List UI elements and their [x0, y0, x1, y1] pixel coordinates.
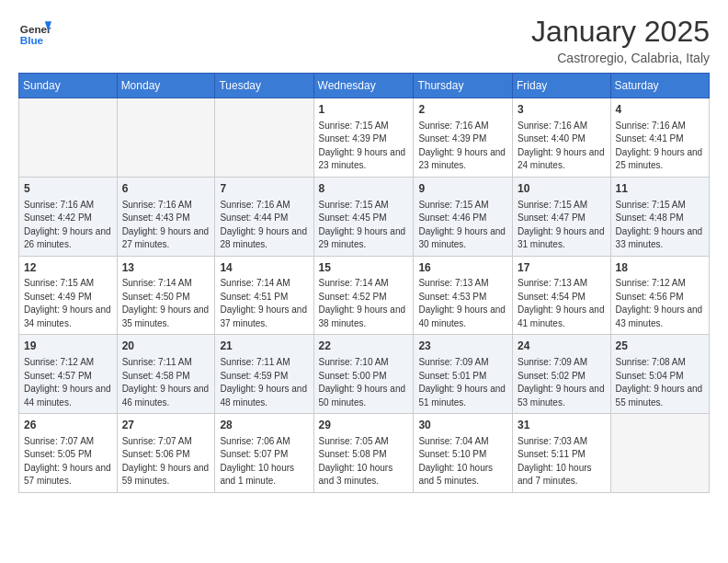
- header: General Blue January 2025 Castroregio, C…: [18, 15, 710, 65]
- day-number: 30: [418, 418, 507, 433]
- day-number: 5: [24, 181, 112, 197]
- day-number: 12: [24, 260, 112, 276]
- table-row: 24Sunrise: 7:09 AM Sunset: 5:02 PM Dayli…: [512, 335, 610, 414]
- table-row: 16Sunrise: 7:13 AM Sunset: 4:53 PM Dayli…: [414, 256, 513, 335]
- day-number: 23: [418, 339, 507, 354]
- table-row: [19, 98, 118, 178]
- day-number: 25: [616, 339, 704, 354]
- table-row: 13Sunrise: 7:14 AM Sunset: 4:50 PM Dayli…: [117, 256, 215, 335]
- day-number: 10: [518, 181, 606, 197]
- day-number: 15: [319, 260, 409, 276]
- day-number: 7: [220, 181, 308, 197]
- table-row: 10Sunrise: 7:15 AM Sunset: 4:47 PM Dayli…: [512, 177, 610, 256]
- weekday-header-row: Sunday Monday Tuesday Wednesday Thursday…: [19, 74, 710, 98]
- table-row: 5Sunrise: 7:16 AM Sunset: 4:42 PM Daylig…: [19, 177, 118, 256]
- day-number: 3: [518, 102, 606, 118]
- day-number: 27: [122, 418, 210, 433]
- table-row: 3Sunrise: 7:16 AM Sunset: 4:40 PM Daylig…: [512, 98, 610, 178]
- table-row: 8Sunrise: 7:15 AM Sunset: 4:45 PM Daylig…: [313, 177, 414, 256]
- day-info: Sunrise: 7:07 AM Sunset: 5:06 PM Dayligh…: [122, 435, 210, 488]
- day-info: Sunrise: 7:15 AM Sunset: 4:45 PM Dayligh…: [319, 199, 409, 252]
- table-row: 19Sunrise: 7:12 AM Sunset: 4:57 PM Dayli…: [19, 335, 118, 414]
- day-info: Sunrise: 7:15 AM Sunset: 4:48 PM Dayligh…: [616, 199, 704, 252]
- table-row: 4Sunrise: 7:16 AM Sunset: 4:41 PM Daylig…: [610, 98, 709, 178]
- calendar-week-row: 12Sunrise: 7:15 AM Sunset: 4:49 PM Dayli…: [19, 256, 710, 335]
- day-number: 2: [418, 102, 507, 118]
- table-row: 18Sunrise: 7:12 AM Sunset: 4:56 PM Dayli…: [610, 256, 709, 335]
- table-row: 31Sunrise: 7:03 AM Sunset: 5:11 PM Dayli…: [512, 414, 610, 493]
- day-info: Sunrise: 7:10 AM Sunset: 5:00 PM Dayligh…: [319, 356, 409, 409]
- table-row: 12Sunrise: 7:15 AM Sunset: 4:49 PM Dayli…: [19, 256, 118, 335]
- day-number: 19: [24, 339, 112, 354]
- day-info: Sunrise: 7:09 AM Sunset: 5:01 PM Dayligh…: [418, 356, 507, 409]
- day-info: Sunrise: 7:16 AM Sunset: 4:42 PM Dayligh…: [24, 199, 112, 252]
- day-info: Sunrise: 7:14 AM Sunset: 4:51 PM Dayligh…: [220, 277, 308, 330]
- table-row: [215, 98, 313, 178]
- header-tuesday: Tuesday: [215, 74, 313, 98]
- header-wednesday: Wednesday: [313, 74, 414, 98]
- table-row: [610, 414, 709, 493]
- day-info: Sunrise: 7:16 AM Sunset: 4:40 PM Dayligh…: [518, 120, 606, 173]
- table-row: 14Sunrise: 7:14 AM Sunset: 4:51 PM Dayli…: [215, 256, 313, 335]
- day-info: Sunrise: 7:05 AM Sunset: 5:08 PM Dayligh…: [319, 435, 409, 488]
- day-number: 22: [319, 339, 409, 354]
- day-number: 20: [122, 339, 210, 354]
- day-info: Sunrise: 7:06 AM Sunset: 5:07 PM Dayligh…: [220, 435, 308, 488]
- day-number: 29: [319, 418, 409, 433]
- table-row: 22Sunrise: 7:10 AM Sunset: 5:00 PM Dayli…: [313, 335, 414, 414]
- table-row: 26Sunrise: 7:07 AM Sunset: 5:05 PM Dayli…: [19, 414, 118, 493]
- location-title: Castroregio, Calabria, Italy: [531, 51, 710, 65]
- day-number: 28: [220, 418, 308, 433]
- day-info: Sunrise: 7:03 AM Sunset: 5:11 PM Dayligh…: [518, 435, 606, 488]
- day-number: 26: [24, 418, 112, 433]
- logo-icon: General Blue: [18, 15, 51, 48]
- table-row: 30Sunrise: 7:04 AM Sunset: 5:10 PM Dayli…: [414, 414, 513, 493]
- day-number: 13: [122, 260, 210, 276]
- day-number: 16: [418, 260, 507, 276]
- calendar-week-row: 26Sunrise: 7:07 AM Sunset: 5:05 PM Dayli…: [19, 414, 710, 493]
- day-number: 18: [616, 260, 704, 276]
- day-number: 4: [616, 102, 704, 118]
- page: General Blue January 2025 Castroregio, C…: [0, 0, 728, 508]
- header-sunday: Sunday: [19, 74, 118, 98]
- calendar-table: Sunday Monday Tuesday Wednesday Thursday…: [18, 73, 710, 493]
- calendar-week-row: 1Sunrise: 7:15 AM Sunset: 4:39 PM Daylig…: [19, 98, 710, 178]
- day-info: Sunrise: 7:13 AM Sunset: 4:53 PM Dayligh…: [418, 277, 507, 330]
- day-number: 17: [518, 260, 606, 276]
- table-row: 6Sunrise: 7:16 AM Sunset: 4:43 PM Daylig…: [117, 177, 215, 256]
- day-number: 14: [220, 260, 308, 276]
- day-number: 31: [518, 418, 606, 433]
- table-row: 17Sunrise: 7:13 AM Sunset: 4:54 PM Dayli…: [512, 256, 610, 335]
- day-info: Sunrise: 7:11 AM Sunset: 4:59 PM Dayligh…: [220, 356, 308, 409]
- day-number: 9: [418, 181, 507, 197]
- day-info: Sunrise: 7:16 AM Sunset: 4:43 PM Dayligh…: [122, 199, 210, 252]
- day-info: Sunrise: 7:11 AM Sunset: 4:58 PM Dayligh…: [122, 356, 210, 409]
- day-number: 11: [616, 181, 704, 197]
- header-saturday: Saturday: [610, 74, 709, 98]
- header-friday: Friday: [512, 74, 610, 98]
- day-number: 1: [319, 102, 409, 118]
- day-info: Sunrise: 7:15 AM Sunset: 4:47 PM Dayligh…: [518, 199, 606, 252]
- logo-area: General Blue: [18, 15, 55, 48]
- table-row: 11Sunrise: 7:15 AM Sunset: 4:48 PM Dayli…: [610, 177, 709, 256]
- day-info: Sunrise: 7:15 AM Sunset: 4:46 PM Dayligh…: [418, 199, 507, 252]
- day-info: Sunrise: 7:09 AM Sunset: 5:02 PM Dayligh…: [518, 356, 606, 409]
- day-number: 8: [319, 181, 409, 197]
- day-info: Sunrise: 7:16 AM Sunset: 4:39 PM Dayligh…: [418, 120, 507, 173]
- header-monday: Monday: [117, 74, 215, 98]
- day-info: Sunrise: 7:15 AM Sunset: 4:39 PM Dayligh…: [319, 120, 409, 173]
- day-info: Sunrise: 7:15 AM Sunset: 4:49 PM Dayligh…: [24, 277, 112, 330]
- table-row: 9Sunrise: 7:15 AM Sunset: 4:46 PM Daylig…: [414, 177, 513, 256]
- table-row: 27Sunrise: 7:07 AM Sunset: 5:06 PM Dayli…: [117, 414, 215, 493]
- day-info: Sunrise: 7:13 AM Sunset: 4:54 PM Dayligh…: [518, 277, 606, 330]
- day-info: Sunrise: 7:14 AM Sunset: 4:52 PM Dayligh…: [319, 277, 409, 330]
- day-info: Sunrise: 7:14 AM Sunset: 4:50 PM Dayligh…: [122, 277, 210, 330]
- table-row: 29Sunrise: 7:05 AM Sunset: 5:08 PM Dayli…: [313, 414, 414, 493]
- day-info: Sunrise: 7:07 AM Sunset: 5:05 PM Dayligh…: [24, 435, 112, 488]
- table-row: 23Sunrise: 7:09 AM Sunset: 5:01 PM Dayli…: [414, 335, 513, 414]
- day-info: Sunrise: 7:12 AM Sunset: 4:57 PM Dayligh…: [24, 356, 112, 409]
- day-number: 21: [220, 339, 308, 354]
- day-info: Sunrise: 7:12 AM Sunset: 4:56 PM Dayligh…: [616, 277, 704, 330]
- table-row: 2Sunrise: 7:16 AM Sunset: 4:39 PM Daylig…: [414, 98, 513, 178]
- table-row: 28Sunrise: 7:06 AM Sunset: 5:07 PM Dayli…: [215, 414, 313, 493]
